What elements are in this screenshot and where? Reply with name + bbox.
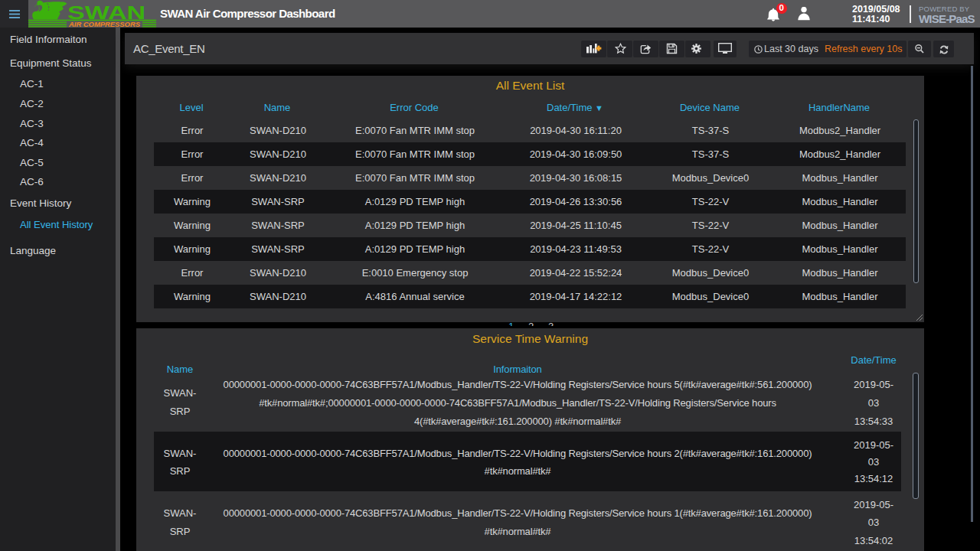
svg-text:AIR COMPRESSORS: AIR COMPRESSORS bbox=[68, 21, 140, 28]
